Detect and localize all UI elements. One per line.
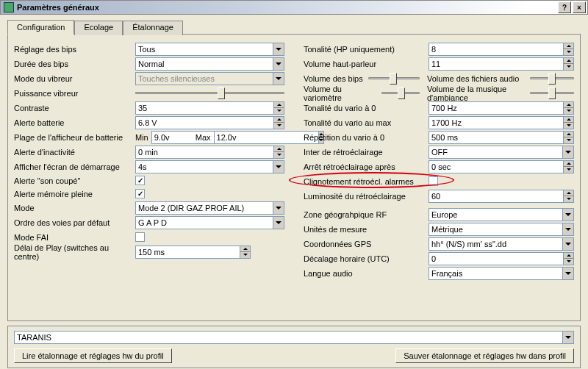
down-icon[interactable]: [564, 64, 573, 70]
variorep-input[interactable]: [429, 131, 563, 144]
up-icon[interactable]: [564, 253, 573, 259]
up-icon[interactable]: [564, 102, 573, 109]
tone-hp-input[interactable]: [429, 43, 563, 56]
up-icon[interactable]: [564, 161, 573, 168]
play-delay-spin[interactable]: [135, 246, 251, 259]
variomax-spin[interactable]: [429, 116, 574, 129]
inactivity-input[interactable]: [135, 146, 273, 159]
chevron-down-icon: [273, 217, 284, 229]
up-icon[interactable]: [274, 146, 284, 153]
sound-off-alert-checkbox[interactable]: [135, 176, 145, 185]
variorep-label: Répétition du vario à 0: [304, 133, 429, 142]
down-icon[interactable]: [274, 123, 284, 129]
up-icon[interactable]: [564, 43, 573, 50]
splash-combo[interactable]: 4s: [135, 160, 284, 173]
fai-checkbox[interactable]: [135, 232, 145, 242]
play-delay-input[interactable]: [135, 246, 240, 259]
vario0-spin[interactable]: [429, 101, 574, 115]
variomax-input[interactable]: [429, 116, 563, 129]
tab-strip: Configuration Ecolage Étalonnage: [7, 19, 581, 35]
tab-configuration[interactable]: Configuration: [7, 20, 74, 35]
max-spin[interactable]: [214, 131, 255, 144]
contrast-input[interactable]: [135, 101, 273, 115]
down-icon[interactable]: [564, 196, 573, 202]
play-delay-label: Délai de Play (switches au centre): [14, 243, 135, 261]
min-spin[interactable]: [151, 131, 193, 144]
down-icon[interactable]: [240, 252, 250, 258]
max-input[interactable]: [214, 131, 318, 144]
vib-power-slider[interactable]: [135, 88, 284, 98]
up-icon[interactable]: [564, 58, 573, 65]
down-icon[interactable]: [564, 49, 573, 55]
inactivity-spin[interactable]: [135, 146, 284, 159]
tab-etalonnage[interactable]: Étalonnage: [123, 21, 183, 35]
down-icon[interactable]: [274, 108, 284, 114]
backlight-stop-input[interactable]: [429, 160, 563, 173]
mode-combo[interactable]: Mode 2 (DIR GAZ PROF AIL): [135, 201, 284, 215]
up-icon[interactable]: [564, 117, 573, 123]
battery-alert-spin[interactable]: [135, 116, 284, 129]
beep-settings-combo[interactable]: Tous: [135, 43, 284, 56]
chan-order-combo[interactable]: G A P D: [135, 216, 284, 229]
help-button[interactable]: ?: [558, 1, 571, 13]
audio-lang-combo[interactable]: Français: [429, 267, 574, 280]
beep-settings-value: Tous: [138, 45, 155, 54]
contrast-label: Contraste: [14, 104, 135, 112]
close-button[interactable]: ×: [573, 1, 586, 13]
max-label: Max: [196, 133, 211, 142]
vol-hp-spin[interactable]: [429, 57, 574, 71]
titlebar: Paramètres généraux ? ×: [0, 0, 588, 15]
contrast-spin[interactable]: [135, 101, 284, 115]
read-calibration-button[interactable]: Lire étalonnage et réglages hw du profil: [14, 348, 172, 363]
chevron-down-icon: [562, 238, 573, 250]
right-col: Tonalité (HP uniquement) Volume haut-par…: [304, 42, 574, 281]
tone-hp-spin[interactable]: [429, 43, 574, 56]
down-icon[interactable]: [564, 123, 573, 129]
splash-value: 4s: [138, 162, 147, 171]
backlight-lum-spin[interactable]: [429, 190, 574, 203]
vib-power-label: Puissance vibreur: [14, 89, 135, 98]
down-icon[interactable]: [564, 108, 573, 114]
vol-vario-slider[interactable]: [381, 88, 420, 98]
vario0-input[interactable]: [429, 101, 563, 115]
chan-order-label: Ordre des voies par défaut: [14, 218, 135, 227]
up-icon[interactable]: [274, 117, 284, 123]
mem-full-alert-checkbox[interactable]: [135, 189, 145, 198]
chevron-down-icon: [562, 268, 573, 279]
chevron-down-icon: [273, 161, 284, 173]
down-icon[interactable]: [564, 259, 573, 265]
backlight-sw-combo[interactable]: OFF: [429, 146, 574, 159]
utc-input[interactable]: [429, 252, 563, 265]
save-calibration-button[interactable]: Sauver étalonnage et réglages hw dans pr…: [395, 348, 574, 363]
chevron-down-icon: [273, 73, 284, 85]
units-combo[interactable]: Métrique: [429, 223, 574, 236]
backlight-stop-spin[interactable]: [429, 160, 574, 173]
vib-mode-label: Mode du vibreur: [14, 74, 135, 83]
down-icon[interactable]: [564, 167, 573, 173]
gps-combo[interactable]: hh° (N/S) mm' ss".dd: [429, 237, 574, 251]
battery-alert-input[interactable]: [135, 116, 273, 129]
battery-alert-label: Alerte batterie: [14, 118, 135, 127]
profile-combo[interactable]: TARANIS: [14, 331, 574, 344]
tone-hp-label: Tonalité (HP uniquement): [304, 45, 429, 54]
tab-ecolage[interactable]: Ecolage: [74, 21, 123, 35]
vol-audio-files-slider[interactable]: [530, 74, 574, 84]
up-icon[interactable]: [240, 246, 250, 253]
down-icon[interactable]: [564, 137, 573, 143]
up-icon[interactable]: [564, 132, 573, 138]
geo-zone-combo[interactable]: Europe: [429, 208, 574, 221]
vol-bips-slider[interactable]: [368, 74, 420, 84]
chevron-down-icon: [562, 146, 573, 158]
down-icon[interactable]: [274, 152, 284, 158]
geo-zone-label: Zone géograhpique RF: [304, 210, 429, 219]
vol-hp-input[interactable]: [429, 57, 563, 71]
backlight-lum-input[interactable]: [429, 190, 563, 203]
vol-ambiance-slider[interactable]: [530, 88, 574, 98]
beep-duration-combo[interactable]: Normal: [135, 57, 284, 71]
up-icon[interactable]: [274, 102, 284, 109]
flash-alarm-checkbox[interactable]: [429, 176, 438, 186]
up-icon[interactable]: [564, 190, 573, 197]
variorep-spin[interactable]: [429, 131, 574, 144]
utc-spin[interactable]: [429, 252, 574, 265]
chevron-down-icon: [273, 58, 284, 70]
